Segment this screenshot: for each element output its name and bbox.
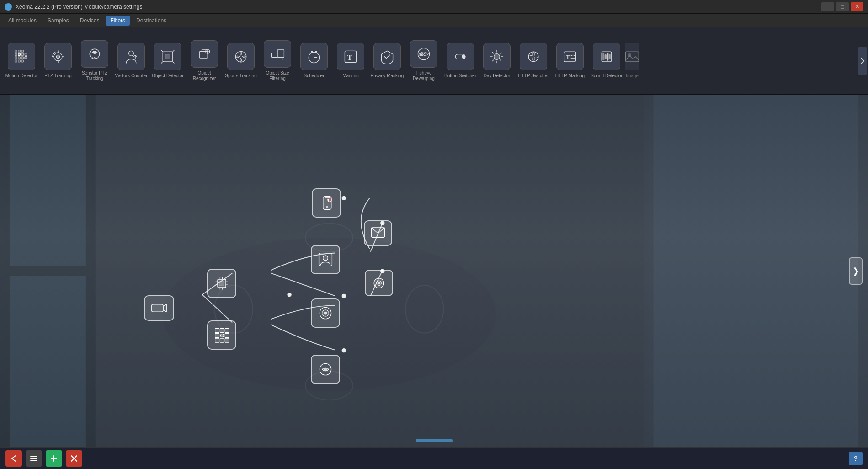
module-image-label: Image	[626, 73, 639, 79]
module-fisheye-label: Fisheye Dewarping	[407, 70, 441, 81]
svg-rect-88	[225, 338, 229, 342]
svg-rect-22	[199, 52, 208, 58]
module-ptz-tracking[interactable]: PTZ Tracking	[40, 41, 76, 80]
module-http-switcher[interactable]: HTTP Switcher	[516, 41, 551, 80]
svg-point-19	[129, 51, 134, 56]
svg-text:T: T	[347, 53, 352, 62]
svg-rect-43	[605, 55, 606, 59]
window-title: Xeoma 22.2.2 (Pro version) Module/camera…	[16, 4, 821, 10]
module-day-detector[interactable]: Day Detector	[479, 41, 515, 80]
module-object-detector-label: Object Detector	[152, 73, 183, 79]
help-button[interactable]: ?	[849, 452, 863, 465]
module-motion-detector[interactable]: Motion Detector	[4, 41, 39, 80]
node-camera[interactable]	[144, 295, 174, 321]
svg-rect-82	[225, 329, 229, 333]
svg-rect-87	[220, 338, 224, 342]
node-email[interactable]	[364, 220, 392, 246]
bottom-toolbar: ?	[0, 447, 868, 469]
add-button[interactable]	[46, 450, 62, 467]
scroll-indicator	[416, 439, 453, 442]
menu-all-modules[interactable]: All modules	[4, 16, 41, 26]
svg-text:!: !	[328, 199, 329, 202]
node-chip1[interactable]	[207, 269, 236, 298]
module-object-size-label: Object Size Filtering	[261, 70, 294, 81]
svg-rect-6	[15, 57, 17, 59]
list-button[interactable]	[26, 450, 42, 467]
svg-rect-50	[10, 95, 86, 266]
node-face-detect[interactable]	[311, 245, 340, 274]
svg-rect-2	[21, 50, 24, 53]
svg-point-99	[324, 312, 326, 314]
module-marking[interactable]: T Marking	[333, 41, 368, 80]
svg-rect-69	[152, 304, 163, 312]
canvas-scroll-right[interactable]: ❯	[849, 257, 863, 285]
minimize-button[interactable]: ─	[821, 2, 834, 11]
svg-point-90	[323, 256, 328, 261]
module-button-switcher[interactable]: Button Switcher	[442, 41, 478, 80]
module-object-recognizer[interactable]: Object Recognizer	[186, 38, 222, 83]
svg-point-17	[93, 51, 96, 53]
menubar: All modules Samples Devices Filters Dest…	[0, 14, 868, 27]
module-object-size[interactable]: Object Size Filtering	[260, 38, 295, 83]
titlebar: Xeoma 22.2.2 (Pro version) Module/camera…	[0, 0, 868, 14]
app-icon	[5, 3, 12, 11]
toolbar-scroll-right[interactable]	[858, 47, 867, 75]
svg-point-36	[462, 55, 465, 58]
node-archive1[interactable]	[365, 270, 393, 296]
module-sound-detector[interactable]: Sound Detector	[589, 41, 624, 80]
svg-rect-12	[25, 53, 27, 56]
back-button[interactable]	[5, 450, 22, 467]
svg-rect-30	[315, 51, 317, 53]
svg-rect-3	[15, 53, 17, 56]
module-day-detector-label: Day Detector	[484, 73, 510, 79]
close-button[interactable]: ✕	[851, 2, 863, 11]
canvas-area: ! ❯	[0, 95, 868, 447]
module-fisheye[interactable]: 360° Fisheye Dewarping	[406, 38, 442, 83]
delete-button[interactable]	[66, 450, 82, 467]
node-phone[interactable]: !	[312, 188, 341, 218]
module-sound-detector-label: Sound Detector	[591, 73, 623, 79]
svg-rect-21	[165, 54, 170, 59]
svg-rect-26	[272, 53, 277, 57]
module-privacy-masking[interactable]: Privacy Masking	[369, 41, 405, 80]
module-visitors-counter[interactable]: Visitors Counter	[113, 41, 149, 80]
svg-rect-4	[18, 53, 21, 56]
svg-point-84	[220, 334, 224, 337]
module-scheduler[interactable]: Scheduler	[296, 41, 332, 80]
node-record1[interactable]	[311, 298, 340, 328]
menu-devices[interactable]: Devices	[75, 16, 104, 26]
svg-rect-9	[15, 60, 17, 62]
module-image[interactable]: Image	[625, 41, 639, 80]
module-privacy-masking-label: Privacy Masking	[371, 73, 404, 79]
svg-rect-10	[18, 60, 21, 62]
svg-point-93	[326, 206, 328, 208]
svg-rect-29	[311, 51, 313, 53]
node-eye-grid[interactable]	[207, 320, 236, 350]
node-record2[interactable]	[311, 355, 340, 384]
svg-rect-85	[225, 333, 229, 337]
svg-rect-45	[609, 54, 610, 59]
svg-rect-79	[219, 281, 224, 286]
svg-point-102	[378, 282, 380, 284]
module-senstar-ptz-label: Senstar PTZ Tracking	[78, 70, 112, 81]
menu-destinations[interactable]: Destinations	[132, 16, 171, 26]
module-motion-detector-label: Motion Detector	[5, 73, 38, 79]
filter-toolbar: Motion Detector PTZ Tracking +N	[0, 27, 868, 95]
svg-rect-55	[653, 95, 858, 447]
svg-rect-83	[215, 333, 219, 337]
svg-rect-51	[10, 276, 86, 447]
module-senstar-ptz[interactable]: +N Senstar PTZ Tracking	[77, 38, 112, 83]
module-http-switcher-label: HTTP Switcher	[518, 73, 548, 79]
module-http-marking[interactable]: T HTTP Marking	[552, 41, 588, 80]
window-controls: ─ □ ✕	[821, 2, 863, 11]
module-object-detector[interactable]: Object Detector	[150, 41, 186, 80]
svg-point-15	[56, 55, 59, 58]
menu-samples[interactable]: Samples	[43, 16, 74, 26]
module-marking-label: Marking	[342, 73, 359, 79]
module-sports-tracking[interactable]: Sports Tracking	[223, 41, 259, 80]
svg-rect-13	[25, 57, 27, 59]
svg-rect-46	[626, 52, 639, 62]
svg-rect-81	[220, 329, 224, 333]
menu-filters[interactable]: Filters	[106, 16, 130, 26]
maximize-button[interactable]: □	[836, 2, 849, 11]
